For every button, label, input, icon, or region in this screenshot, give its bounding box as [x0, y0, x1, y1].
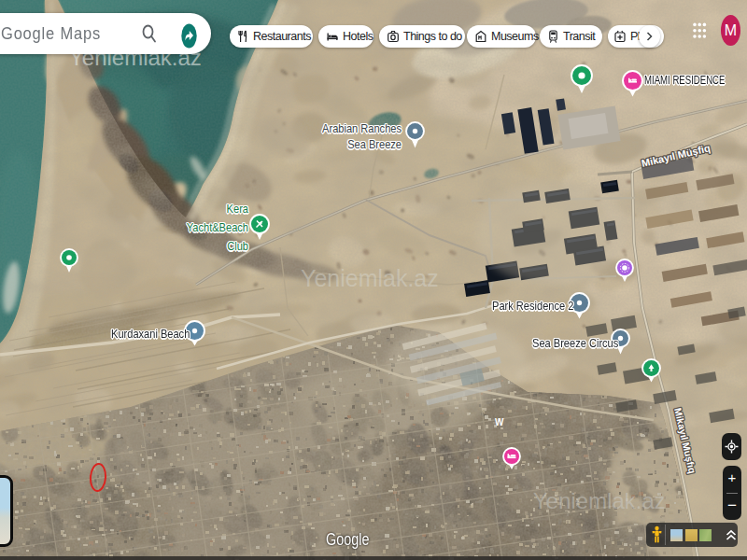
- svg-text:W: W: [495, 417, 504, 427]
